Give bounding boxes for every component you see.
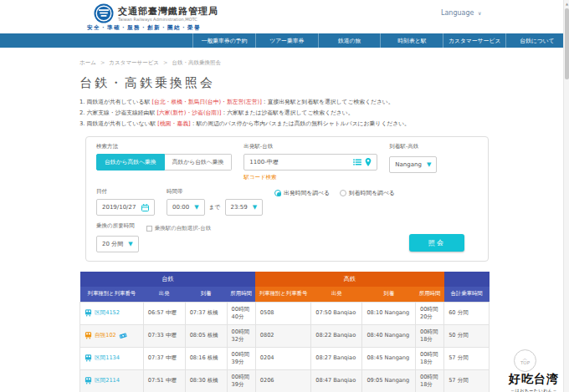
train-link-cell[interactable]: 区間4152: [85, 309, 139, 317]
date-input[interactable]: 2019/10/27: [96, 199, 155, 216]
toggle-hsr-to-tra[interactable]: 高鉄から台鉄へ乗換: [165, 154, 233, 171]
haochi-taiwan-subtitle: ～はおちーたいわん～: [500, 388, 568, 392]
radio-departure-label: 出発時間を調べる: [284, 189, 330, 197]
search-form: 検索方法 台鉄から高鉄へ乗換 高鉄から台鉄へ乗換 出発駅-台鉄 1100-中壢: [85, 136, 489, 262]
time-range-label: 時間帯: [167, 188, 263, 196]
col-header-tra-train: 列車種別と列車番号: [80, 287, 144, 302]
note-text: ：六家駅または沙崙駅を選択してご検索ください。: [221, 109, 353, 116]
time-to-select[interactable]: 23:59 ▼: [225, 199, 264, 216]
breadcrumb-home[interactable]: ホーム: [79, 59, 96, 66]
col-header-tra-departure: 出発: [143, 287, 185, 302]
col-header-hsr-duration: 所用時間: [415, 287, 443, 302]
tra-duration-cell: 00時間32分: [227, 324, 255, 347]
auto-select-checkbox[interactable]: 乗換駅の自動選択-台鉄: [146, 222, 212, 233]
tra-duration-cell: 00時間40分: [227, 302, 255, 324]
hsr-duration-cell: 00時間20分: [415, 302, 443, 324]
station-list-icon[interactable]: [353, 159, 361, 165]
nav-item-rail-travel[interactable]: 鉄道の旅: [318, 33, 381, 48]
haochi-taiwan-logo: 好吃台湾 ～はおちーたいわん～: [500, 372, 568, 392]
hsr-duration-cell: 00時間18分: [415, 347, 443, 369]
nav-item-tour-ticket[interactable]: ツアー乗車券: [255, 33, 318, 48]
hsr-arrival-cell: 08:45 Nangang: [362, 347, 416, 369]
breadcrumb-customer-service[interactable]: カスタマーサービス: [109, 59, 159, 66]
tra-duration-cell: 00時間39分: [227, 347, 255, 369]
total-time-cell: 50 分間: [444, 324, 490, 347]
chevron-down-icon: ▼: [427, 161, 431, 168]
train-number-link[interactable]: 区間4152: [95, 309, 120, 317]
transfer-time-labels: 乗換の所要時間 乗換駅の自動選択-台鉄: [96, 222, 211, 233]
back-to-top-button[interactable]: ︿ TOP: [514, 349, 536, 372]
transfer-time-group: 乗換の所要時間 乗換駅の自動選択-台鉄 20 分間 ▼: [96, 222, 211, 252]
tra-duration-cell: 00時間39分: [227, 369, 255, 392]
hsr-departure-cell: 08:22 Banqiao: [311, 324, 362, 347]
train-number-link[interactable]: 区間2114: [95, 377, 120, 384]
tra-brand[interactable]: 交通部臺灣鐵路管理局 Taiwan Railways Administratio…: [94, 3, 218, 23]
tra-arrival-cell: 08:16 板橋: [185, 347, 227, 369]
scrollbar-thumb[interactable]: [565, 8, 569, 79]
scrollbar-up-arrow[interactable]: ▲: [564, 2, 569, 6]
train-icon: [85, 354, 92, 362]
hsr-duration-cell: 00時間18分: [415, 369, 443, 392]
arrival-station-group: 到着駅-高鉄 Nangang ▼: [389, 143, 437, 181]
radio-icon: [340, 190, 346, 196]
train-number-link[interactable]: 自強102: [95, 332, 116, 339]
arrival-station-select[interactable]: Nangang ▼: [389, 156, 437, 173]
note-text: 2. 六家支線・沙崙支線経由駅: [79, 109, 156, 116]
form-row-1: 検索方法 台鉄から高鉄へ乗換 高鉄から台鉄へ乗換 出発駅-台鉄 1100-中壢: [96, 143, 478, 181]
departure-station-input[interactable]: 1100-中壢: [243, 154, 377, 171]
train-link-cell[interactable]: 自強102: [85, 332, 139, 339]
calendar-icon[interactable]: [141, 204, 149, 211]
train-link-cell[interactable]: 区間2114: [85, 377, 139, 384]
transfer-time-label: 乗換の所要時間: [96, 222, 135, 230]
results-table: 台鉄 高鉄 列車種別と列車番号 出発 到着 所用時間 列車種別と列車番号 出発 …: [79, 272, 490, 392]
train-link-cell[interactable]: 区間1134: [85, 354, 139, 362]
col-header-tra-arrival: 到着: [185, 287, 227, 302]
train-icon: [85, 332, 92, 339]
map-pin-icon[interactable]: [365, 158, 372, 166]
radio-icon: [274, 190, 281, 196]
breadcrumb-separator: >: [100, 59, 105, 66]
checkbox-icon: [146, 226, 152, 232]
search-method-group: 検索方法 台鉄から高鉄へ乗換 高鉄から台鉄へ乗換: [96, 143, 232, 181]
hsr-arrival-cell: 09:05 Nangang: [362, 369, 416, 392]
departure-station-label: 出発駅-台鉄: [243, 143, 377, 150]
buy-ticket-icon[interactable]: [119, 332, 128, 339]
hsr-arrival-cell: 08:10 Nangang: [362, 302, 416, 324]
note-stations-highlight: [桃園・嘉義]: [157, 120, 190, 127]
note-branch-lines: 2. 六家支線・沙崙支線経由駅 [六家(新竹)・沙崙(台南)]：六家駅または沙崙…: [79, 108, 490, 119]
breadcrumb: ホーム > カスタマーサービス > 台鉄・高鉄乗換照会: [79, 59, 490, 67]
hsr-duration-cell: 00時間18分: [415, 324, 443, 347]
nav-item-timetable-stations[interactable]: 時刻表と駅: [380, 33, 443, 48]
language-dropdown[interactable]: Language ∨: [441, 9, 481, 17]
nav-item-customer-service[interactable]: カスタマーサービス: [443, 33, 505, 48]
total-time-cell: 57 分間: [444, 369, 490, 392]
nav-item-about-tra[interactable]: 台鉄について: [505, 33, 569, 48]
form-row-2: 日付 2019/10/27 時間帯 00:00 ▼: [96, 188, 478, 216]
time-range-group: 時間帯 00:00 ▼ まで 23:59 ▼: [167, 188, 263, 216]
chevron-down-icon: ▼: [128, 241, 132, 247]
train-number-link[interactable]: 区間1134: [95, 354, 120, 362]
radio-search-by-departure[interactable]: 出発時間を調べる: [274, 189, 330, 197]
language-label: Language: [441, 9, 474, 17]
time-from-select[interactable]: 00:00 ▼: [167, 199, 205, 216]
station-code-search-link[interactable]: 駅コード検索: [243, 174, 377, 181]
train-icon: [85, 377, 92, 384]
col-header-hsr-arrival: 到着: [362, 287, 416, 302]
nav-item-ticket-reservation[interactable]: 一般乗車券の予約: [192, 33, 255, 48]
hsr-train-cell: 0206: [255, 369, 311, 392]
result-row: 区間2114 07:51 中壢 08:30 板橋 00時間39分 0206 08…: [80, 369, 490, 392]
note-unshared-stations: 3. 両鉄道が共有していない駅 [桃園・嘉義]：駅の周辺のバス停から市内バスまた…: [79, 119, 490, 130]
page: 交通部臺灣鐵路管理局 Taiwan Railways Administratio…: [0, 0, 569, 392]
haochi-taiwan-title: 好吃台湾: [500, 372, 568, 387]
search-button[interactable]: 照会: [409, 234, 464, 252]
vertical-scrollbar[interactable]: ▲: [563, 0, 569, 392]
transfer-time-select[interactable]: 20 分間 ▼: [96, 236, 139, 252]
main-content: ホーム > カスタマーサービス > 台鉄・高鉄乗換照会 台鉄・高鉄乗換照会 1.…: [79, 59, 490, 392]
hsr-arrival-cell: 08:40 Nangang: [362, 324, 416, 347]
toggle-tra-to-hsr[interactable]: 台鉄から高鉄へ乗換: [96, 154, 165, 171]
note-text: 3. 両鉄道が共有していない駅: [79, 120, 157, 127]
note-text: 1. 両鉄道が共有している駅: [79, 99, 151, 105]
note-shared-stations: 1. 両鉄道が共有している駅 [台北・板橋・新烏日(台中)・新左営(左営)]：直…: [79, 97, 490, 108]
departure-station-value: 1100-中壢: [249, 158, 350, 166]
radio-search-by-arrival[interactable]: 到着時間を調べる: [340, 189, 395, 197]
